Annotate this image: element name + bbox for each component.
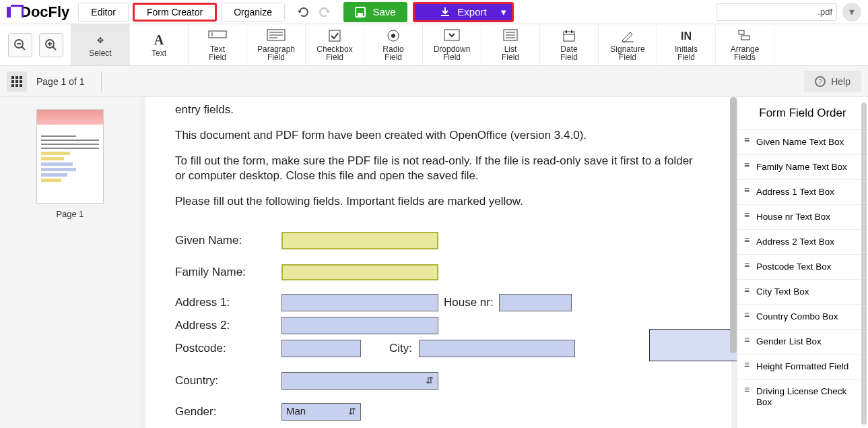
field-country[interactable] bbox=[281, 372, 438, 390]
order-item[interactable]: ≡Postcode Text Box bbox=[737, 254, 868, 279]
tool-list-field[interactable]: ListField bbox=[481, 24, 540, 65]
undo-button[interactable] bbox=[294, 2, 314, 22]
label-address1: Address 1: bbox=[175, 296, 281, 309]
tool-select[interactable]: ✥Select bbox=[71, 24, 130, 65]
tool-initials-field[interactable]: INInitialsField bbox=[657, 24, 716, 65]
tool-signature-field-label: SignatureField bbox=[610, 45, 644, 61]
order-item-label: Address 1 Text Box bbox=[756, 187, 834, 197]
tool-text[interactable]: AText bbox=[130, 24, 189, 65]
order-item[interactable]: ≡Address 2 Text Box bbox=[737, 229, 868, 254]
order-item[interactable]: ≡House nr Text Box bbox=[737, 204, 868, 229]
svg-rect-10 bbox=[329, 30, 340, 41]
field-family-name[interactable] bbox=[281, 264, 438, 280]
thumbnails-toggle-button[interactable] bbox=[7, 71, 27, 92]
field-city[interactable] bbox=[419, 340, 575, 357]
redo-button[interactable] bbox=[314, 2, 334, 22]
tool-radio-field-label: RadioField bbox=[382, 45, 403, 61]
checkbox-icon bbox=[328, 29, 341, 44]
tool-dropdown-field-label: DropdownField bbox=[434, 45, 471, 61]
zoom-out-button[interactable] bbox=[8, 33, 32, 57]
save-button[interactable]: Save bbox=[343, 2, 407, 22]
tool-text-label: Text bbox=[152, 49, 166, 57]
doc-text: Please fill out the following fields. Im… bbox=[175, 194, 702, 209]
order-item-label: Address 2 Text Box bbox=[756, 237, 834, 247]
label-country: Country: bbox=[175, 374, 281, 388]
panel-scrollbar[interactable] bbox=[861, 102, 867, 425]
signature-icon bbox=[620, 29, 635, 44]
label-postcode: Postcode: bbox=[175, 342, 281, 355]
svg-rect-31 bbox=[11, 84, 14, 87]
thumbnail-label: Page 1 bbox=[56, 209, 84, 219]
textfield-icon bbox=[208, 29, 227, 44]
svg-rect-28 bbox=[11, 80, 14, 83]
drag-handle-icon: ≡ bbox=[744, 336, 751, 343]
tool-signature-field[interactable]: SignatureField bbox=[599, 24, 657, 65]
field-postcode[interactable] bbox=[281, 340, 361, 357]
field-address1[interactable] bbox=[281, 294, 438, 311]
tool-text-field-label: TextField bbox=[209, 45, 226, 61]
help-button[interactable]: ? Help bbox=[804, 71, 861, 92]
tool-date-field[interactable]: DateField bbox=[540, 24, 599, 65]
arrange-icon bbox=[737, 29, 752, 44]
svg-rect-27 bbox=[20, 76, 22, 79]
tool-radio-field[interactable]: RadioField bbox=[364, 24, 423, 65]
order-item[interactable]: ≡Given Name Text Box bbox=[737, 129, 868, 154]
calendar-icon bbox=[562, 29, 576, 44]
vertical-scrollbar[interactable] bbox=[730, 97, 737, 353]
export-button[interactable]: Export ▾ bbox=[413, 2, 514, 22]
tool-text-field[interactable]: TextField bbox=[189, 24, 247, 65]
svg-point-12 bbox=[391, 34, 395, 38]
svg-rect-29 bbox=[15, 80, 18, 83]
field-housenr[interactable] bbox=[499, 294, 572, 311]
order-item[interactable]: ≡Family Name Text Box bbox=[737, 154, 868, 179]
label-housenr: House nr: bbox=[444, 296, 494, 309]
page-thumbnail-1[interactable] bbox=[36, 109, 104, 204]
save-icon bbox=[355, 7, 366, 18]
svg-rect-32 bbox=[15, 84, 18, 87]
tab-form-creator-label: Form Creator bbox=[147, 7, 203, 18]
filename-ext-input[interactable]: .pdf bbox=[716, 3, 837, 21]
more-menu-button[interactable]: ▾ bbox=[842, 3, 861, 22]
svg-rect-24 bbox=[741, 36, 749, 40]
doc-text: entry fields. bbox=[175, 102, 702, 117]
order-item-label: House nr Text Box bbox=[756, 212, 830, 222]
tool-paragraph-field[interactable]: ParagraphField bbox=[247, 24, 306, 65]
order-item[interactable]: ≡Driving License Check Box bbox=[737, 379, 868, 415]
field-given-name[interactable] bbox=[281, 232, 438, 249]
order-item[interactable]: ≡City Text Box bbox=[737, 279, 868, 304]
tool-list-field-label: ListField bbox=[502, 45, 519, 61]
tool-dropdown-field[interactable]: DropdownField bbox=[423, 24, 481, 65]
tab-editor[interactable]: Editor bbox=[78, 3, 129, 22]
drag-handle-icon: ≡ bbox=[744, 137, 751, 144]
filename-ext-text: .pdf bbox=[817, 7, 832, 17]
page-indicator: Page 1 of 1 bbox=[36, 76, 85, 87]
download-icon bbox=[440, 7, 450, 18]
drag-handle-icon: ≡ bbox=[744, 187, 751, 193]
field-gender[interactable]: Man bbox=[281, 403, 361, 421]
order-item[interactable]: ≡Country Combo Box bbox=[737, 304, 868, 329]
svg-rect-33 bbox=[20, 84, 22, 87]
doc-text: This document and PDF form have been cre… bbox=[175, 128, 702, 143]
drag-handle-icon: ≡ bbox=[744, 162, 751, 169]
tool-arrange-fields[interactable]: ArrangeFields bbox=[716, 24, 774, 65]
floating-field[interactable] bbox=[649, 329, 737, 361]
text-icon: A bbox=[154, 33, 164, 48]
zoom-in-button[interactable] bbox=[39, 33, 63, 57]
help-icon: ? bbox=[815, 76, 826, 87]
label-given-name: Given Name: bbox=[175, 234, 281, 247]
order-item[interactable]: ≡Address 1 Text Box bbox=[737, 179, 868, 204]
help-label: Help bbox=[831, 76, 850, 87]
field-address2[interactable] bbox=[281, 317, 438, 334]
order-item-label: Gender List Box bbox=[756, 336, 822, 347]
tab-form-creator[interactable]: Form Creator bbox=[133, 3, 217, 22]
tool-checkbox-field[interactable]: CheckboxField bbox=[306, 24, 364, 65]
order-item-label: City Text Box bbox=[756, 286, 809, 297]
order-item[interactable]: ≡Height Formatted Field bbox=[737, 354, 868, 379]
svg-rect-1 bbox=[358, 13, 363, 16]
tab-organize[interactable]: Organize bbox=[221, 3, 285, 22]
order-item[interactable]: ≡Gender List Box bbox=[737, 329, 868, 354]
svg-rect-30 bbox=[20, 80, 22, 83]
svg-rect-25 bbox=[11, 76, 14, 79]
svg-rect-18 bbox=[564, 32, 574, 41]
radio-icon bbox=[387, 29, 400, 44]
